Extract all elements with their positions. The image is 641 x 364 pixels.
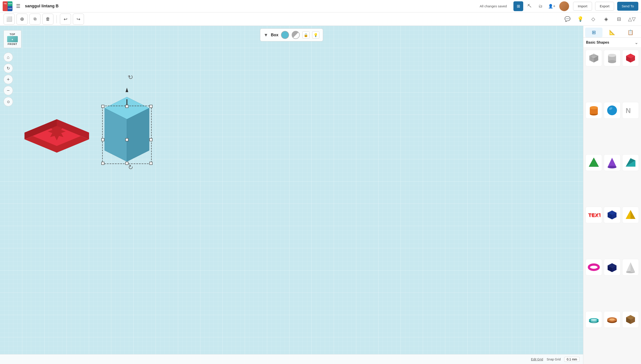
view-cube-front: FRONT [8,43,17,46]
svg-rect-8 [126,138,128,141]
shape-panel-title: Box [271,33,278,38]
shape-gray-cylinder[interactable] [604,50,620,66]
delete-button[interactable]: 🗑 [42,14,54,25]
rulers-tab[interactable]: 📐 [603,28,621,38]
svg-marker-52 [630,210,635,219]
lightbulb-button[interactable]: 💡 [575,14,586,25]
shape-blue-pentagon[interactable] [604,207,620,223]
import-button[interactable]: Import [573,2,592,11]
svg-rect-4 [102,105,104,108]
red-shape-svg [18,108,96,159]
logo-empty [3,6,8,11]
duplicate-button[interactable]: ⧉ [30,14,41,25]
shape-blue-sphere[interactable] [604,102,620,118]
comment-button[interactable]: 💬 [562,14,573,25]
shape-text[interactable]: N [622,102,639,118]
svg-rect-5 [126,105,128,108]
box-svg [96,72,158,168]
orbit-button[interactable]: ↻ [4,64,13,73]
shape-orange-cylinder[interactable] [585,102,602,118]
shape-tools-button[interactable]: ◇ [587,14,599,25]
svg-point-29 [608,60,616,63]
svg-text:N: N [626,106,631,114]
fit-button[interactable]: ⊙ [4,97,13,106]
left-controls: ⌂ ↻ + − ⊙ [4,52,13,106]
copy-button[interactable]: ⊕ [17,14,28,25]
mirror-button[interactable]: △▽ [626,14,637,25]
svg-rect-6 [150,105,152,108]
shape-white-cone[interactable] [622,259,639,276]
svg-rect-11 [126,162,128,165]
zoom-in-button[interactable]: + [4,75,13,84]
svg-point-36 [590,106,598,109]
shape-properties-panel: ▼ Box 🔒 💡 [260,28,323,42]
expand-icon[interactable]: ⌄ [634,40,638,45]
svg-point-67 [609,318,615,320]
svg-rect-10 [102,162,104,165]
hamburger-icon[interactable]: ☰ [16,3,21,9]
tools-btn[interactable]: ⛏ [524,1,534,11]
avatar[interactable] [559,1,569,11]
new-shape-button[interactable]: ⬜ [4,14,15,25]
svg-marker-42 [607,158,616,167]
shape-3d-text[interactable]: TEXT TEXT [585,207,602,223]
redo-button[interactable]: ↪ [73,14,84,25]
logo-ker: KER [8,1,13,6]
svg-rect-7 [102,138,104,141]
transparent-color-picker[interactable] [292,31,300,39]
svg-point-53 [589,264,599,270]
selected-box-3d[interactable] [96,72,158,168]
notes-tab[interactable]: 📋 [622,28,639,38]
shape-green-pyramid[interactable] [585,154,602,171]
shapes-tab[interactable]: ⊞ [585,28,602,38]
category-label: Basic Shapes [586,40,634,44]
undo-button[interactable]: ↩ [60,14,71,25]
edit-grid-label[interactable]: Edit Grid [531,358,543,361]
autosave-status: All changes saved [480,4,507,8]
shape-red-box[interactable] [622,50,639,66]
toolbar-divider [57,15,57,23]
home-button[interactable]: ⌂ [4,52,13,62]
shape-navy-cube[interactable] [604,259,620,276]
logo: TIN KER CAD ☰ sanggul lintang B [3,1,59,11]
logo-tin: TIN [3,1,8,6]
project-title[interactable]: sanggul lintang B [25,4,59,8]
export-button[interactable]: Export [595,2,614,11]
shape-purple-cone[interactable] [604,154,620,171]
red-star-shape[interactable] [18,108,96,159]
main: TOP ▲ FRONT ⌂ ↻ + − ⊙ ▼ Box 🔒 💡 ↻ ↻ [0,26,641,364]
svg-marker-13 [126,88,128,92]
grid-view-btn[interactable]: ⊞ [513,1,523,11]
add-user-btn[interactable]: 👤+ [547,1,557,11]
shape-yellow-pyramid[interactable] [622,207,639,223]
shape-striped-cube[interactable] [585,50,602,66]
panel-dropdown-arrow[interactable]: ▼ [264,32,268,38]
shape-brown-donut[interactable] [604,311,620,328]
right-panel-header: Basic Shapes ⌄ [583,38,641,48]
svg-marker-40 [589,158,599,167]
shape-brown-misc[interactable] [622,311,639,328]
topbar: TIN KER CAD ☰ sanggul lintang B All chan… [0,0,641,12]
solid-color-picker[interactable] [281,31,289,39]
view-cube-top: TOP [10,33,15,36]
logo-icon[interactable]: TIN KER CAD [3,1,13,11]
snap-grid-value[interactable]: 0.1 mm [564,357,579,362]
logo-cad: CAD [8,6,13,11]
lock-icon[interactable]: 🔒 [302,31,309,38]
lightbulb-panel-icon[interactable]: 💡 [312,31,319,38]
snap-grid-label: Snap Grid [547,358,561,361]
align-button[interactable]: ⊟ [613,14,624,25]
shape-teal-wedge[interactable] [622,154,639,171]
zoom-out-button[interactable]: − [4,86,13,95]
svg-point-43 [607,166,616,168]
boolean-button[interactable]: ◈ [600,14,611,25]
viewport[interactable]: TOP ▲ FRONT ⌂ ↻ + − ⊙ ▼ Box 🔒 💡 ↻ ↻ [0,26,583,364]
shape-teal-ring[interactable] [585,311,602,328]
sendto-button[interactable]: Send To [617,2,638,11]
shape-pink-torus[interactable] [585,259,602,276]
svg-point-37 [607,106,617,115]
view-cube[interactable]: TOP ▲ FRONT [4,30,21,48]
folder-btn[interactable]: 🗂 [536,1,545,11]
right-panel: ⊞ 📐 📋 Basic Shapes ⌄ [583,26,641,364]
svg-rect-12 [150,162,152,165]
